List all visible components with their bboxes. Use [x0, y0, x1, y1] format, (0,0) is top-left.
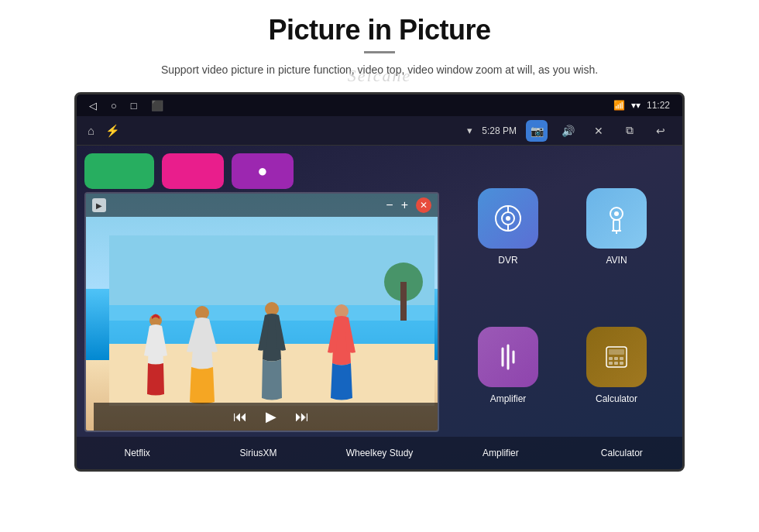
svg-rect-29: [620, 362, 623, 365]
dvr-svg: [493, 203, 524, 234]
beach-scene: [86, 194, 438, 431]
svg-point-15: [614, 211, 619, 216]
app-icon-avin[interactable]: AVIN: [566, 161, 667, 292]
toolbar-right: ▾ 5:28 PM 📷 🔊 ✕ ⧉ ↩: [467, 120, 671, 142]
wheelkey-button[interactable]: ●: [232, 153, 294, 189]
pip-maximize-btn[interactable]: +: [401, 198, 408, 212]
pip-controls-bar: ▶ − + ✕: [86, 194, 438, 217]
wifi-status-icon: 📶: [613, 100, 625, 111]
camera-button[interactable]: 📷: [526, 120, 548, 142]
pip-window-controls: − + ✕: [386, 197, 431, 213]
avin-label: AVIN: [606, 255, 627, 266]
pip-close-icon: ✕: [420, 200, 428, 211]
main-content: ● ▶ − + ✕: [77, 146, 682, 469]
svg-rect-27: [609, 362, 613, 365]
avin-icon-bg: [586, 188, 647, 249]
toolbar-time: 5:28 PM: [482, 125, 517, 136]
subtitle: Support video picture in picture functio…: [161, 61, 598, 78]
avin-svg: [601, 203, 632, 234]
netflix-bottom-label: Netflix: [77, 448, 197, 458]
svg-rect-4: [400, 282, 407, 321]
amplifier-svg: [492, 341, 524, 373]
status-time: 11:22: [647, 100, 670, 111]
media-controls-bar: ⏮ ▶ ⏭: [94, 403, 439, 431]
dvr-icon-bg: [478, 188, 538, 249]
signal-icon: ▾▾: [631, 100, 641, 111]
dvr-label: DVR: [498, 255, 517, 266]
media-prev-btn[interactable]: ⏮: [233, 409, 247, 425]
app-icon-dvr[interactable]: DVR: [458, 161, 558, 292]
page-wrapper: Picture in Picture Seicane Support video…: [0, 0, 759, 532]
calculator-label: Calculator: [596, 393, 637, 404]
wheelkey-bottom-label: Wheelkey Study: [319, 448, 440, 458]
amplifier-bottom-label: Amplifier: [440, 448, 561, 458]
siriusxm-button[interactable]: [162, 153, 224, 189]
siriusxm-bottom-label: SiriusXM: [197, 448, 318, 458]
calculator-svg: [600, 341, 633, 373]
bottom-labels-bar: Netflix SiriusXM Wheelkey Study Amplifie…: [77, 437, 682, 469]
back-button[interactable]: ↩: [650, 120, 671, 142]
nav-icons: ◁ ○ □ ⬛: [89, 100, 163, 112]
toolbar-left: ⌂ ⚡: [88, 124, 120, 138]
svg-point-11: [506, 216, 510, 221]
svg-rect-26: [620, 357, 623, 360]
close-button[interactable]: ✕: [588, 120, 610, 142]
app-grid: DVR AVIN: [450, 146, 682, 469]
page-title: Picture in Picture: [268, 14, 490, 46]
usb-icon[interactable]: ⚡: [105, 124, 120, 138]
device-frame: ◁ ○ □ ⬛ 📶 ▾▾ 11:22 ⌂ ⚡ ▾ 5:28 PM 📷 🔊: [74, 92, 685, 472]
media-next-btn[interactable]: ⏭: [295, 409, 309, 425]
wheelkey-icon: ●: [257, 161, 267, 181]
svg-rect-28: [614, 362, 618, 365]
home-icon[interactable]: ⌂: [88, 124, 94, 137]
nav-back-icon[interactable]: ◁: [89, 100, 97, 112]
people-svg: [109, 235, 434, 406]
top-toolbar: ⌂ ⚡ ▾ 5:28 PM 📷 🔊 ✕ ⧉ ↩: [77, 116, 682, 146]
svg-rect-16: [613, 220, 620, 231]
pip-play-icon[interactable]: ▶: [92, 198, 106, 212]
window-button[interactable]: ⧉: [619, 120, 641, 142]
volume-button[interactable]: 🔊: [557, 120, 579, 142]
svg-rect-24: [609, 357, 613, 360]
calculator-icon-bg: [586, 327, 647, 387]
nav-screenshot-icon[interactable]: ⬛: [151, 100, 163, 112]
status-right: 📶 ▾▾ 11:22: [613, 100, 670, 111]
pip-window[interactable]: ▶ − + ✕: [84, 192, 439, 432]
amplifier-icon-bg: [478, 327, 538, 387]
app-icon-amplifier[interactable]: Amplifier: [458, 300, 558, 431]
calculator-bottom-label: Calculator: [562, 448, 682, 458]
netflix-button[interactable]: [84, 153, 154, 189]
nav-recent-icon[interactable]: □: [131, 100, 137, 112]
title-divider: [364, 51, 395, 53]
media-play-btn[interactable]: ▶: [266, 408, 276, 425]
pip-minimize-btn[interactable]: −: [386, 198, 393, 212]
svg-rect-23: [609, 349, 624, 355]
wifi-icon: ▾: [467, 125, 472, 136]
pip-close-btn[interactable]: ✕: [416, 197, 431, 213]
amplifier-label: Amplifier: [490, 393, 527, 404]
nav-home-icon[interactable]: ○: [111, 100, 117, 112]
app-icon-calculator[interactable]: Calculator: [566, 300, 667, 431]
status-bar: ◁ ○ □ ⬛ 📶 ▾▾ 11:22: [77, 94, 682, 116]
svg-rect-25: [614, 357, 618, 360]
